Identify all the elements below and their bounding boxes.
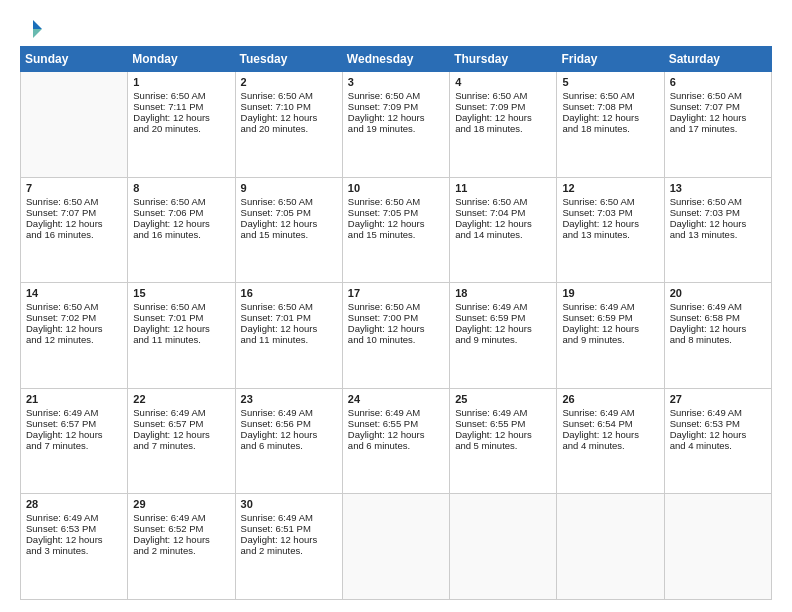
calendar-cell: 14Sunrise: 6:50 AMSunset: 7:02 PMDayligh…: [21, 283, 128, 389]
day-info: and 2 minutes.: [241, 545, 337, 556]
calendar-cell: 4Sunrise: 6:50 AMSunset: 7:09 PMDaylight…: [450, 72, 557, 178]
calendar-cell: [450, 494, 557, 600]
day-info: Sunset: 6:56 PM: [241, 418, 337, 429]
day-info: Sunrise: 6:50 AM: [562, 90, 658, 101]
day-info: Sunset: 6:57 PM: [133, 418, 229, 429]
day-info: Sunrise: 6:50 AM: [26, 301, 122, 312]
day-info: Daylight: 12 hours: [348, 112, 444, 123]
day-info: Sunrise: 6:50 AM: [562, 196, 658, 207]
day-info: Sunrise: 6:49 AM: [133, 512, 229, 523]
day-number: 1: [133, 76, 229, 88]
day-info: and 3 minutes.: [26, 545, 122, 556]
day-info: Sunrise: 6:49 AM: [562, 407, 658, 418]
day-info: Sunset: 7:07 PM: [670, 101, 766, 112]
day-info: Sunset: 7:09 PM: [455, 101, 551, 112]
day-info: Sunset: 7:05 PM: [348, 207, 444, 218]
day-info: Sunrise: 6:50 AM: [241, 301, 337, 312]
day-info: Sunrise: 6:50 AM: [348, 90, 444, 101]
day-info: and 13 minutes.: [670, 229, 766, 240]
day-info: Daylight: 12 hours: [670, 218, 766, 229]
calendar-cell: 21Sunrise: 6:49 AMSunset: 6:57 PMDayligh…: [21, 388, 128, 494]
day-info: Daylight: 12 hours: [562, 323, 658, 334]
day-number: 5: [562, 76, 658, 88]
day-info: Sunset: 7:04 PM: [455, 207, 551, 218]
day-info: Sunrise: 6:50 AM: [133, 301, 229, 312]
weekday-header-wednesday: Wednesday: [342, 47, 449, 72]
day-info: Sunset: 6:53 PM: [670, 418, 766, 429]
calendar-cell: 10Sunrise: 6:50 AMSunset: 7:05 PMDayligh…: [342, 177, 449, 283]
day-info: Sunrise: 6:49 AM: [455, 301, 551, 312]
day-info: and 6 minutes.: [241, 440, 337, 451]
logo-icon: [22, 18, 44, 40]
calendar-cell: 25Sunrise: 6:49 AMSunset: 6:55 PMDayligh…: [450, 388, 557, 494]
day-info: Sunset: 7:02 PM: [26, 312, 122, 323]
calendar-cell: 30Sunrise: 6:49 AMSunset: 6:51 PMDayligh…: [235, 494, 342, 600]
day-info: Sunrise: 6:49 AM: [241, 512, 337, 523]
calendar-cell: 2Sunrise: 6:50 AMSunset: 7:10 PMDaylight…: [235, 72, 342, 178]
day-number: 22: [133, 393, 229, 405]
calendar-cell: [557, 494, 664, 600]
day-info: Daylight: 12 hours: [562, 112, 658, 123]
day-number: 7: [26, 182, 122, 194]
day-info: Sunrise: 6:49 AM: [562, 301, 658, 312]
day-info: Daylight: 12 hours: [133, 218, 229, 229]
day-info: Sunset: 7:03 PM: [562, 207, 658, 218]
day-info: Sunrise: 6:50 AM: [455, 90, 551, 101]
calendar-cell: 28Sunrise: 6:49 AMSunset: 6:53 PMDayligh…: [21, 494, 128, 600]
day-number: 9: [241, 182, 337, 194]
day-info: and 15 minutes.: [241, 229, 337, 240]
weekday-header-monday: Monday: [128, 47, 235, 72]
day-info: Sunset: 6:54 PM: [562, 418, 658, 429]
day-number: 3: [348, 76, 444, 88]
day-info: Sunset: 7:09 PM: [348, 101, 444, 112]
day-info: Sunset: 7:06 PM: [133, 207, 229, 218]
day-number: 19: [562, 287, 658, 299]
day-info: Daylight: 12 hours: [133, 429, 229, 440]
day-info: and 7 minutes.: [26, 440, 122, 451]
day-info: and 11 minutes.: [241, 334, 337, 345]
day-info: and 16 minutes.: [133, 229, 229, 240]
day-info: Daylight: 12 hours: [670, 429, 766, 440]
day-info: and 4 minutes.: [670, 440, 766, 451]
day-number: 12: [562, 182, 658, 194]
day-info: Daylight: 12 hours: [241, 323, 337, 334]
day-info: Sunrise: 6:49 AM: [26, 407, 122, 418]
day-info: Sunset: 6:57 PM: [26, 418, 122, 429]
day-info: Sunset: 7:01 PM: [133, 312, 229, 323]
calendar-week-row: 21Sunrise: 6:49 AMSunset: 6:57 PMDayligh…: [21, 388, 772, 494]
day-info: Sunset: 6:52 PM: [133, 523, 229, 534]
header: [20, 18, 772, 36]
day-info: Daylight: 12 hours: [241, 534, 337, 545]
day-info: and 6 minutes.: [348, 440, 444, 451]
day-info: Sunset: 6:55 PM: [455, 418, 551, 429]
day-info: Daylight: 12 hours: [348, 218, 444, 229]
day-info: Sunset: 7:11 PM: [133, 101, 229, 112]
logo: [20, 18, 44, 36]
day-info: and 16 minutes.: [26, 229, 122, 240]
day-info: Sunrise: 6:50 AM: [670, 196, 766, 207]
calendar-cell: 29Sunrise: 6:49 AMSunset: 6:52 PMDayligh…: [128, 494, 235, 600]
day-info: Daylight: 12 hours: [348, 429, 444, 440]
day-info: Daylight: 12 hours: [26, 429, 122, 440]
day-number: 16: [241, 287, 337, 299]
day-info: and 2 minutes.: [133, 545, 229, 556]
day-info: and 20 minutes.: [241, 123, 337, 134]
day-number: 28: [26, 498, 122, 510]
weekday-header-sunday: Sunday: [21, 47, 128, 72]
calendar-table: SundayMondayTuesdayWednesdayThursdayFrid…: [20, 46, 772, 600]
day-number: 20: [670, 287, 766, 299]
calendar-cell: [664, 494, 771, 600]
calendar-cell: 17Sunrise: 6:50 AMSunset: 7:00 PMDayligh…: [342, 283, 449, 389]
day-info: Sunrise: 6:50 AM: [348, 301, 444, 312]
day-info: Daylight: 12 hours: [26, 323, 122, 334]
day-info: and 8 minutes.: [670, 334, 766, 345]
day-info: Daylight: 12 hours: [241, 112, 337, 123]
calendar-week-row: 14Sunrise: 6:50 AMSunset: 7:02 PMDayligh…: [21, 283, 772, 389]
calendar-week-row: 7Sunrise: 6:50 AMSunset: 7:07 PMDaylight…: [21, 177, 772, 283]
weekday-header-friday: Friday: [557, 47, 664, 72]
day-info: Sunset: 7:00 PM: [348, 312, 444, 323]
day-info: Sunrise: 6:50 AM: [670, 90, 766, 101]
calendar-cell: 3Sunrise: 6:50 AMSunset: 7:09 PMDaylight…: [342, 72, 449, 178]
calendar-cell: 12Sunrise: 6:50 AMSunset: 7:03 PMDayligh…: [557, 177, 664, 283]
day-info: Daylight: 12 hours: [241, 429, 337, 440]
